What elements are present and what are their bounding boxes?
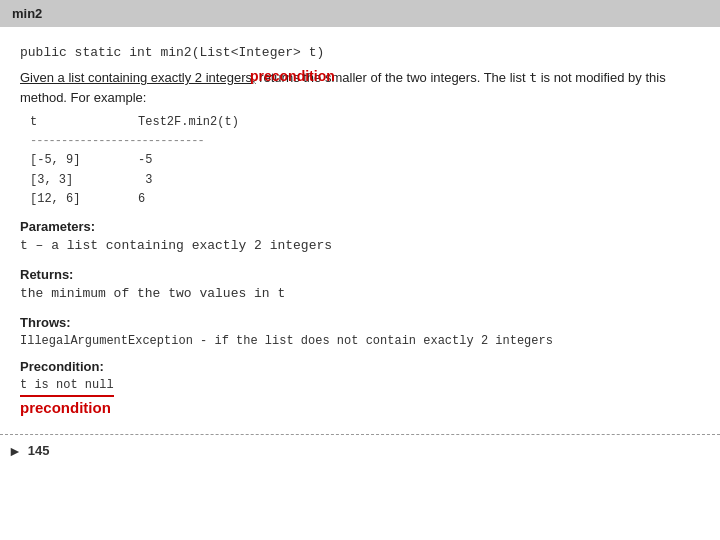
table-row: [12, 6] 6 (30, 190, 700, 209)
header-title: min2 (12, 6, 42, 21)
precondition-annotation: precondition (20, 399, 111, 416)
table-row: [3, 3] 3 (30, 171, 700, 190)
row1-col2: -5 (138, 153, 152, 167)
page-number: 145 (28, 443, 50, 458)
description-underlined: Given a list containing exactly 2 intege… (20, 70, 256, 85)
bottom-bar: ► 145 (0, 439, 720, 463)
description: Given a list containing exactly 2 intege… (20, 68, 700, 107)
row3-col2: 6 (138, 192, 145, 206)
table-row: [-5, 9] -5 (30, 151, 700, 170)
precondition-underline: t is not null (20, 376, 114, 397)
col2-header: Test2F.min2(t) (138, 115, 239, 129)
row2-col2: 3 (145, 173, 152, 187)
precondition-label: Precondition: (20, 359, 700, 374)
code-table-header: t Test2F.min2(t) (30, 113, 700, 132)
bottom-divider (0, 434, 720, 435)
returns-label: Returns: (20, 267, 700, 282)
code-table: t Test2F.min2(t) -----------------------… (30, 113, 700, 209)
row3-col1: [12, 6] (30, 192, 80, 206)
throws-content: IllegalArgumentException - if the list d… (20, 332, 700, 351)
play-icon[interactable]: ► (8, 443, 22, 459)
row1-col1: [-5, 9] (30, 153, 80, 167)
throws-label: Throws: (20, 315, 700, 330)
method-signature: public static int min2(List<Integer> t) (20, 45, 700, 60)
code-table-divider: ---------------------------- (30, 132, 700, 151)
content-area: public static int min2(List<Integer> t) … (0, 27, 720, 426)
header-bar: min2 (0, 0, 720, 27)
parameters-content: t – a list containing exactly 2 integers (20, 236, 700, 257)
precondition-code: t is not null (20, 376, 700, 397)
col1-header: t (30, 115, 37, 129)
throws-section: Throws: IllegalArgumentException - if th… (20, 315, 700, 351)
parameters-section: Parameters: t – a list containing exactl… (20, 219, 700, 257)
precondition-section: Precondition: t is not null precondition (20, 359, 700, 416)
returns-content: the minimum of the two values in t (20, 284, 700, 305)
row2-col1: [3, 3] (30, 173, 73, 187)
parameters-label: Parameters: (20, 219, 700, 234)
returns-section: Returns: the minimum of the two values i… (20, 267, 700, 305)
